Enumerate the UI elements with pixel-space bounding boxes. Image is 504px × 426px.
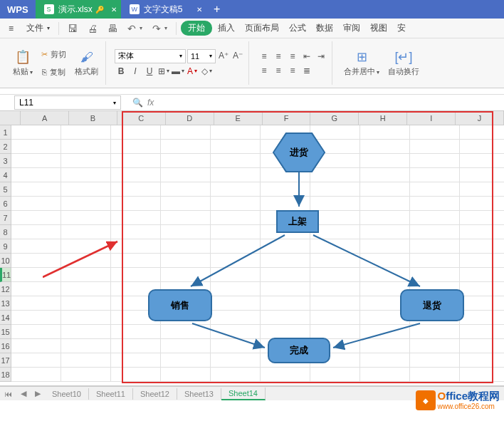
col-header[interactable]: F bbox=[263, 111, 311, 125]
row-header[interactable]: 10 bbox=[0, 254, 11, 268]
justify-icon[interactable]: ≣ bbox=[300, 64, 313, 77]
row-header[interactable]: 15 bbox=[0, 325, 11, 339]
col-header[interactable]: B bbox=[69, 111, 117, 125]
close-icon[interactable]: ✕ bbox=[196, 6, 202, 14]
tab-formula[interactable]: 公式 bbox=[285, 20, 310, 36]
tab-view[interactable]: 视图 bbox=[366, 20, 392, 36]
font-size-select[interactable]: 11▾ bbox=[187, 49, 216, 63]
tab-review[interactable]: 审阅 bbox=[339, 20, 364, 36]
row-header[interactable]: 5 bbox=[0, 182, 11, 197]
tab-layout[interactable]: 页面布局 bbox=[241, 20, 283, 36]
row-header[interactable]: 16 bbox=[0, 339, 11, 353]
flow-node-done[interactable]: 完成 bbox=[268, 338, 330, 363]
auto-wrap-button[interactable]: [↵] 自动换行 bbox=[385, 46, 422, 80]
file-menu[interactable]: 文件▾ bbox=[22, 20, 54, 36]
align-left-icon[interactable]: ≡ bbox=[258, 64, 271, 77]
font-color-button[interactable]: A▾ bbox=[186, 65, 199, 78]
tab-insert[interactable]: 插入 bbox=[214, 20, 239, 36]
flow-node-rect[interactable]: 上架 bbox=[276, 210, 319, 233]
indent-left-icon[interactable]: ⇤ bbox=[300, 50, 313, 63]
col-header[interactable]: H bbox=[359, 111, 407, 125]
row-header[interactable]: 1 bbox=[0, 125, 11, 140]
sheet-tab[interactable]: Sheet11 bbox=[89, 388, 133, 400]
sheet-nav-prev-icon[interactable]: ◀ bbox=[16, 389, 31, 398]
align-middle-icon[interactable]: ≡ bbox=[272, 50, 285, 63]
tab-data[interactable]: 数据 bbox=[312, 20, 337, 36]
flow-node-sale[interactable]: 销售 bbox=[148, 289, 212, 321]
row-header[interactable]: 7 bbox=[0, 211, 11, 225]
watermark-url: www.office26.com bbox=[437, 402, 500, 410]
cells-area[interactable] bbox=[11, 125, 504, 382]
sheet-tab[interactable]: Sheet12 bbox=[133, 388, 177, 400]
row-header[interactable]: 12 bbox=[0, 282, 11, 296]
border-button[interactable]: ⊞▾ bbox=[157, 65, 170, 78]
spreadsheet-grid[interactable]: A B C D E F G H I J 1 2 3 4 5 6 7 8 9 10 bbox=[0, 111, 504, 386]
redo-icon[interactable]: ↷▾ bbox=[148, 21, 172, 36]
fx-label[interactable]: fx bbox=[147, 98, 154, 108]
sheet-tab[interactable]: Sheet13 bbox=[177, 388, 221, 400]
row-header[interactable]: 4 bbox=[0, 168, 11, 182]
select-all-corner[interactable] bbox=[0, 111, 21, 125]
merge-center-button[interactable]: ⊞ 合并居中▾ bbox=[341, 46, 382, 80]
export-icon[interactable]: 🖨 bbox=[83, 21, 102, 36]
col-header[interactable]: I bbox=[407, 111, 456, 125]
new-tab-button[interactable]: + bbox=[206, 0, 228, 19]
merge-icon: ⊞ bbox=[357, 49, 367, 65]
search-icon[interactable]: 🔍 bbox=[132, 98, 143, 108]
copy-button[interactable]: ⎘复制 bbox=[38, 64, 69, 80]
flow-node-return[interactable]: 退货 bbox=[400, 289, 464, 321]
row-header[interactable]: 14 bbox=[0, 311, 11, 325]
node-label: 退货 bbox=[423, 299, 441, 312]
print-icon[interactable]: 🖶 bbox=[103, 21, 122, 36]
tab-more[interactable]: 安 bbox=[393, 20, 410, 36]
align-right-icon[interactable]: ≡ bbox=[286, 64, 299, 77]
italic-button[interactable]: I bbox=[129, 65, 142, 78]
row-header[interactable]: 11 bbox=[0, 268, 11, 282]
increase-font-icon[interactable]: A⁺ bbox=[217, 49, 230, 62]
sheet-nav-next-icon[interactable]: ▶ bbox=[31, 389, 45, 398]
fill-color-button[interactable]: ▬▾ bbox=[172, 65, 184, 78]
document-tab-1[interactable]: S 演示.xlsx 🔑 ✕ bbox=[36, 0, 121, 19]
col-header[interactable]: A bbox=[21, 111, 69, 125]
row-header[interactable]: 3 bbox=[0, 154, 11, 168]
row-header[interactable]: 8 bbox=[0, 225, 11, 239]
decrease-font-icon[interactable]: A⁻ bbox=[231, 49, 244, 62]
indent-right-icon[interactable]: ⇥ bbox=[315, 50, 327, 63]
format-painter-button[interactable]: 🖌 格式刷 bbox=[72, 47, 101, 80]
align-bottom-icon[interactable]: ≡ bbox=[286, 50, 299, 63]
flow-node-hex[interactable]: 进货 bbox=[274, 134, 324, 171]
name-box[interactable]: L11▾ bbox=[14, 95, 121, 110]
align-center-icon[interactable]: ≡ bbox=[272, 64, 285, 77]
row-header[interactable]: 2 bbox=[0, 140, 11, 154]
row-header[interactable]: 13 bbox=[0, 296, 11, 311]
sheet-nav-first-icon[interactable]: ⏮ bbox=[0, 390, 16, 398]
row-header[interactable]: 9 bbox=[0, 239, 11, 254]
paste-icon: 📋 bbox=[15, 49, 31, 65]
col-header[interactable]: D bbox=[166, 111, 214, 125]
document-tab-2[interactable]: W 文字文稿5 ✕ bbox=[121, 0, 206, 19]
paste-button[interactable]: 📋 粘贴▾ bbox=[10, 46, 36, 80]
row-header[interactable]: 18 bbox=[0, 368, 11, 382]
col-header[interactable]: J bbox=[456, 111, 504, 125]
row-header[interactable]: 17 bbox=[0, 353, 11, 368]
row-header[interactable]: 6 bbox=[0, 197, 11, 211]
sheet-tab-active[interactable]: Sheet14 bbox=[221, 388, 266, 400]
cut-button[interactable]: ✂剪切 bbox=[38, 46, 69, 63]
align-top-icon[interactable]: ≡ bbox=[258, 50, 271, 63]
sheet-tab[interactable]: Sheet10 bbox=[45, 388, 89, 400]
highlight-button[interactable]: ◇▾ bbox=[200, 65, 213, 78]
watermark: ◆ Office教程网 www.office26.com bbox=[416, 390, 500, 410]
col-header[interactable]: E bbox=[214, 111, 263, 125]
tab-start[interactable]: 开始 bbox=[181, 21, 212, 36]
col-header[interactable]: G bbox=[310, 111, 359, 125]
hamburger-icon[interactable]: ≡ bbox=[4, 21, 18, 36]
underline-button[interactable]: U bbox=[143, 65, 156, 78]
save-icon[interactable]: 🖫 bbox=[63, 21, 82, 36]
undo-icon[interactable]: ↶▾ bbox=[123, 21, 147, 36]
bold-button[interactable]: B bbox=[115, 65, 127, 78]
close-icon[interactable]: ✕ bbox=[111, 6, 117, 14]
font-select[interactable]: 宋体▾ bbox=[115, 49, 186, 63]
col-header[interactable]: C bbox=[117, 111, 166, 125]
node-label: 完成 bbox=[290, 344, 308, 357]
tab-label: 演示.xlsx bbox=[58, 4, 93, 16]
